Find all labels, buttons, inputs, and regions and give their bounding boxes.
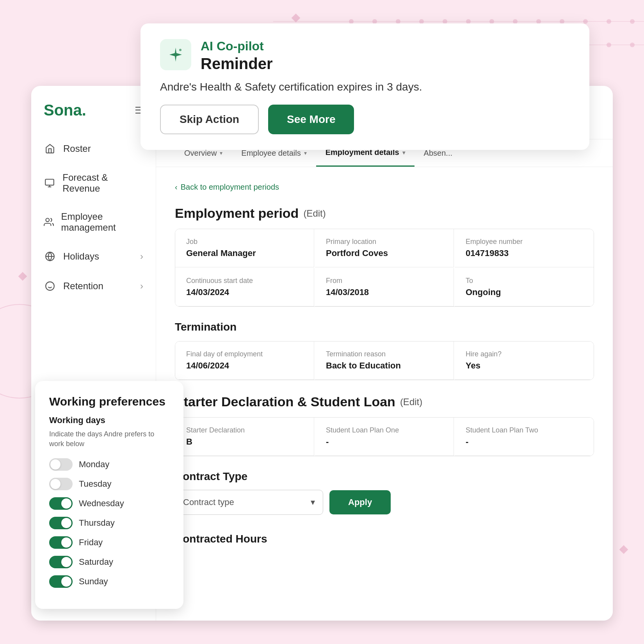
globe-icon [44, 250, 56, 263]
ai-icon-box [160, 39, 191, 70]
see-more-button[interactable]: See More [268, 105, 354, 134]
field-student-loan-two: Student Loan Plan Two - [455, 418, 594, 456]
field-final-day: Final day of employment 14/06/2024 [175, 342, 314, 380]
contract-type-title: Contract Type [175, 470, 594, 483]
sidebar-item-forecast-label: Forecast & Revenue [62, 172, 143, 194]
contract-type-section: Contract Type Contract type ▾ Apply [175, 470, 594, 515]
day-row-friday: Friday [49, 536, 169, 549]
people-icon [44, 216, 54, 228]
field-job: Job General Manager [175, 229, 314, 267]
field-hire-again: Hire again? Yes [455, 342, 594, 380]
content-area: ‹ Back to employment periods Employment … [156, 167, 613, 561]
starter-declaration-title: Starter Declaration & Student Loan (Edit… [175, 394, 594, 409]
starter-declaration-grid: Starter Declaration B Student Loan Plan … [175, 417, 594, 456]
svg-point-12 [630, 19, 635, 24]
chevron-down-icon: ▾ [220, 150, 222, 156]
svg-rect-29 [18, 272, 27, 281]
termination-title: Termination [175, 321, 594, 333]
termination-section: Termination Final day of employment 14/0… [175, 321, 594, 380]
home-icon [44, 142, 56, 155]
employment-period-grid: Job General Manager Primary location Por… [175, 229, 594, 307]
day-row-tuesday: Tuesday [49, 478, 169, 490]
ai-copilot-card: AI Co-pilot Reminder Andre's Health & Sa… [141, 23, 589, 150]
day-row-sunday: Sunday [49, 575, 169, 588]
starter-declaration-section: Starter Declaration & Student Loan (Edit… [175, 394, 594, 456]
ai-copilot-description: Andre's Health & Safety certification ex… [160, 79, 570, 94]
skip-action-button[interactable]: Skip Action [160, 105, 259, 134]
sparkle-icon [167, 46, 184, 63]
ai-copilot-title: Reminder [201, 55, 273, 72]
chevron-down-icon-3: ▾ [402, 149, 405, 156]
toggle-sunday[interactable] [49, 575, 73, 588]
day-row-saturday: Saturday [49, 556, 169, 568]
sidebar-item-employee-management[interactable]: Employee management [31, 203, 156, 241]
contracted-hours-title: Contracted Hours [175, 533, 594, 545]
svg-rect-33 [45, 179, 54, 185]
svg-rect-28 [292, 14, 301, 23]
working-preferences-title: Working preferences [49, 395, 169, 408]
sidebar-item-holidays-label: Holidays [63, 251, 99, 262]
toggle-thursday[interactable] [49, 517, 73, 529]
working-days-subtitle: Working days [49, 415, 169, 425]
field-to: To Ongoing [455, 268, 594, 306]
svg-point-39 [46, 282, 54, 290]
back-link[interactable]: ‹ Back to employment periods [175, 183, 594, 192]
field-termination-reason: Termination reason Back to Education [315, 342, 454, 380]
toggle-monday[interactable] [49, 458, 73, 471]
employment-period-section: Employment period (Edit) Job General Man… [175, 206, 594, 307]
svg-point-25 [630, 43, 635, 47]
sidebar-item-roster-label: Roster [63, 143, 91, 154]
svg-point-36 [46, 218, 50, 222]
day-row-wednesday: Wednesday [49, 497, 169, 510]
chevron-left-icon: ‹ [175, 183, 178, 192]
toggle-saturday[interactable] [49, 556, 73, 568]
toggle-friday[interactable] [49, 536, 73, 549]
field-continuous-start-date: Continuous start date 14/03/2024 [175, 268, 314, 306]
chevron-right-icon-2: › [140, 281, 143, 292]
chart-icon [44, 177, 55, 189]
ai-copilot-label: AI Co-pilot [201, 39, 273, 53]
field-primary-location: Primary location Portford Coves [315, 229, 454, 267]
apply-button[interactable]: Apply [329, 490, 391, 514]
starter-declaration-edit[interactable]: (Edit) [400, 397, 422, 407]
working-days-description: Indicate the days Andre prefers to work … [49, 429, 169, 449]
field-starter-declaration: Starter Declaration B [175, 418, 314, 456]
main-content: Andre Banks Active Oakhouse - Chiswick ⋮… [156, 86, 613, 621]
working-preferences-panel: Working preferences Working days Indicat… [35, 381, 183, 609]
employment-period-title: Employment period (Edit) [175, 206, 594, 221]
employment-period-edit[interactable]: (Edit) [303, 208, 326, 219]
field-employee-number: Employee number 014719833 [455, 229, 594, 267]
sidebar-item-retention-label: Retention [63, 281, 103, 292]
sidebar-item-holidays[interactable]: Holidays › [31, 242, 156, 270]
sidebar-item-retention[interactable]: Retention › [31, 272, 156, 300]
toggle-wednesday[interactable] [49, 497, 73, 510]
contract-type-row: Contract type ▾ Apply [175, 490, 594, 515]
chevron-down-icon-select: ▾ [311, 497, 315, 507]
termination-grid: Final day of employment 14/06/2024 Termi… [175, 341, 594, 380]
day-row-thursday: Thursday [49, 517, 169, 529]
svg-point-32 [179, 49, 181, 51]
chevron-right-icon: › [140, 251, 143, 262]
back-link-text: Back to employment periods [181, 183, 279, 192]
sidebar-item-forecast[interactable]: Forecast & Revenue [31, 164, 156, 202]
logo: Sona. ☰ [31, 101, 156, 135]
smile-icon [44, 280, 56, 292]
sidebar-nav: Roster Forecast & Revenue [31, 135, 156, 300]
sidebar-item-employee-management-label: Employee management [61, 211, 143, 233]
chevron-down-icon-2: ▾ [304, 150, 307, 156]
logo-text: Sona. [44, 101, 86, 119]
svg-rect-30 [619, 545, 628, 554]
field-from: From 14/03/2018 [315, 268, 454, 306]
toggle-tuesday[interactable] [49, 478, 73, 490]
contract-type-select[interactable]: Contract type ▾ [175, 490, 323, 515]
field-student-loan-one: Student Loan Plan One - [315, 418, 454, 456]
day-row-monday: Monday [49, 458, 169, 471]
sidebar-item-roster[interactable]: Roster [31, 135, 156, 163]
